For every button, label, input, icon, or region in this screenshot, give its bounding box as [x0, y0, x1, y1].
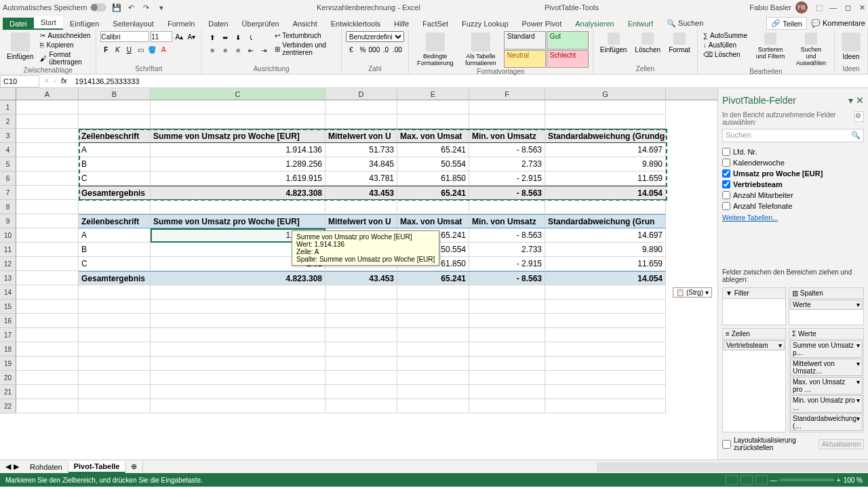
- zoom-out-icon[interactable]: —: [770, 476, 777, 484]
- enter-formula-icon[interactable]: ✓: [52, 77, 58, 85]
- row-header[interactable]: 10: [0, 228, 16, 243]
- cell[interactable]: [397, 300, 469, 314]
- increase-font-icon[interactable]: A▴: [174, 31, 184, 42]
- cell[interactable]: - 2.915: [469, 257, 545, 271]
- inc-decimal-icon[interactable]: .0: [380, 44, 391, 55]
- find-select-button[interactable]: Suchen und Auswählen: [792, 31, 830, 68]
- cell[interactable]: C: [79, 257, 151, 271]
- row-header[interactable]: 18: [0, 342, 16, 357]
- cell[interactable]: [151, 314, 326, 328]
- field-checkbox[interactable]: [722, 159, 730, 167]
- fx-icon[interactable]: fx: [61, 77, 67, 85]
- cell[interactable]: [326, 200, 397, 214]
- ribbon-display-icon[interactable]: ⬚: [816, 3, 823, 12]
- zoom-in-icon[interactable]: +: [837, 476, 841, 484]
- cell[interactable]: 65.241: [397, 143, 469, 157]
- col-header-a[interactable]: A: [16, 88, 79, 100]
- tab-seitenlayout[interactable]: Seitenlayout: [106, 18, 161, 30]
- cell[interactable]: Summe von Umsatz pro Woche [EUR]: [151, 214, 326, 228]
- sheet-tab-pivot[interactable]: Pivot-Tabelle: [68, 461, 126, 473]
- row-header[interactable]: 4: [0, 143, 16, 157]
- cell[interactable]: [79, 314, 151, 328]
- cell[interactable]: A: [79, 143, 151, 157]
- cell[interactable]: [79, 342, 151, 357]
- cell[interactable]: [326, 100, 397, 115]
- cell[interactable]: 43.453: [326, 186, 397, 200]
- cell[interactable]: [16, 342, 79, 357]
- cell[interactable]: [469, 328, 545, 342]
- row-header[interactable]: 12: [0, 257, 16, 271]
- cell[interactable]: [151, 285, 326, 300]
- cell[interactable]: [151, 328, 326, 342]
- cell[interactable]: [79, 357, 151, 371]
- cell[interactable]: 11.659: [545, 171, 666, 186]
- cell[interactable]: [151, 200, 326, 214]
- cell[interactable]: Zeilenbeschrift▾: [79, 214, 151, 228]
- more-tables-link[interactable]: Weitere Tabellen...: [722, 211, 864, 224]
- defer-layout-checkbox[interactable]: [722, 440, 731, 449]
- comments-button[interactable]: 💬 Kommentare: [811, 19, 865, 28]
- tab-suchen[interactable]: 🔍 Suchen: [660, 17, 710, 30]
- tab-factset[interactable]: FactSet: [416, 18, 455, 30]
- wrap-text-button[interactable]: ↩Textumbruch: [273, 31, 337, 40]
- qa-more-icon[interactable]: ▾: [157, 3, 166, 12]
- cell[interactable]: - 8.563: [469, 186, 545, 200]
- align-left-icon[interactable]: ≡: [207, 45, 218, 56]
- fill-color-button[interactable]: 🪣: [146, 44, 157, 55]
- cell[interactable]: [397, 200, 469, 214]
- cell[interactable]: [79, 399, 151, 413]
- cell[interactable]: 50.554: [397, 157, 469, 171]
- maximize-icon[interactable]: ◻: [845, 3, 851, 12]
- autosave-toggle[interactable]: Automatisches Speichern: [3, 3, 106, 12]
- cell[interactable]: [469, 300, 545, 314]
- indent-dec-icon[interactable]: ⇤: [245, 45, 256, 56]
- cell[interactable]: 14.054: [545, 186, 666, 200]
- page-layout-view-icon[interactable]: [741, 475, 753, 485]
- col-header-e[interactable]: E: [397, 88, 469, 100]
- tab-einfuegen[interactable]: Einfügen: [63, 18, 106, 30]
- cell[interactable]: Min. von Umsatz: [469, 129, 545, 143]
- cell[interactable]: Gesamtergebnis: [79, 271, 151, 285]
- zoom-slider[interactable]: [780, 479, 834, 481]
- cell[interactable]: 43.453: [326, 271, 397, 285]
- row-header[interactable]: 2: [0, 115, 16, 129]
- cell[interactable]: [151, 342, 326, 357]
- cell[interactable]: Standardabweichung (Grun: [545, 214, 666, 228]
- cell[interactable]: A: [79, 228, 151, 243]
- format-as-table-button[interactable]: Als Tabelle formatieren: [460, 31, 501, 68]
- format-painter-button[interactable]: 🖌Format übertragen: [39, 50, 92, 66]
- cell[interactable]: Mittelwert von U: [326, 214, 397, 228]
- cell[interactable]: [151, 100, 326, 115]
- col-header-d[interactable]: D: [326, 88, 397, 100]
- page-break-view-icon[interactable]: [755, 475, 768, 485]
- cell[interactable]: [16, 357, 79, 371]
- cell[interactable]: 9.890: [545, 243, 666, 257]
- row-header[interactable]: 3: [0, 129, 16, 143]
- cell[interactable]: [326, 371, 397, 385]
- field-search-input[interactable]: Suchen🔍: [722, 129, 864, 142]
- col-header-g[interactable]: G: [545, 88, 666, 100]
- cell[interactable]: [16, 385, 79, 399]
- row-header[interactable]: 21: [0, 385, 16, 399]
- tab-ansicht[interactable]: Ansicht: [286, 18, 324, 30]
- cell[interactable]: [16, 257, 79, 271]
- sort-filter-button[interactable]: Sortieren und Filtern: [751, 31, 789, 68]
- cell[interactable]: [16, 100, 79, 115]
- col-header-c[interactable]: C: [151, 88, 326, 100]
- align-top-icon[interactable]: ⬆: [207, 32, 218, 43]
- insert-cells-button[interactable]: Einfügen: [597, 31, 629, 65]
- cell[interactable]: [397, 399, 469, 413]
- indent-inc-icon[interactable]: ⇥: [258, 45, 269, 56]
- cell[interactable]: [545, 328, 666, 342]
- cell[interactable]: [397, 385, 469, 399]
- cell[interactable]: [326, 342, 397, 357]
- sheet-next-icon[interactable]: ▶: [14, 462, 19, 471]
- cancel-formula-icon[interactable]: ✕: [43, 77, 50, 85]
- style-standard[interactable]: Standard: [504, 31, 546, 49]
- cell[interactable]: [16, 171, 79, 186]
- tab-start[interactable]: Start: [34, 16, 63, 30]
- cell[interactable]: [545, 385, 666, 399]
- cell[interactable]: [545, 342, 666, 357]
- tab-fuzzy[interactable]: Fuzzy Lookup: [455, 18, 515, 30]
- cell[interactable]: [16, 271, 79, 285]
